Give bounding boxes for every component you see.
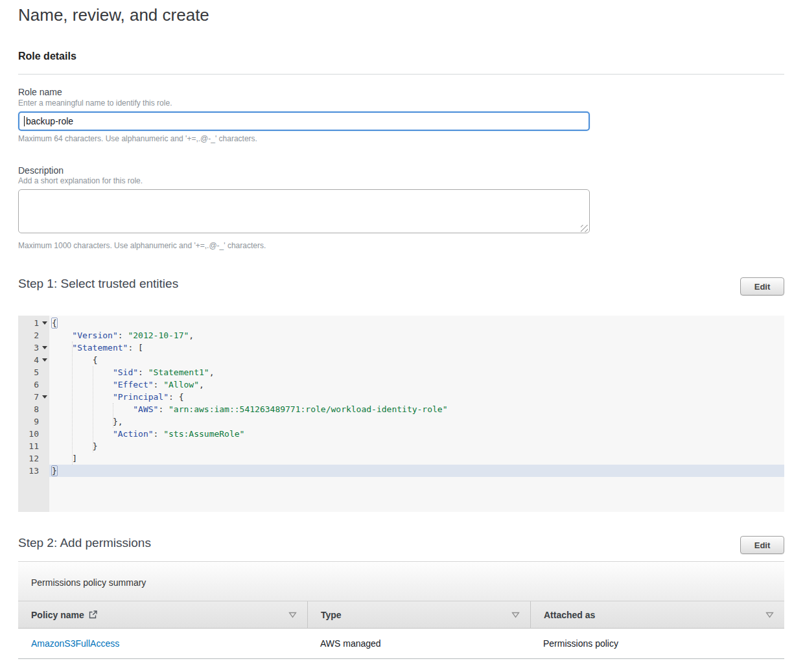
permissions-panel-title: Permissions policy summary [31, 577, 146, 588]
code-line: { [49, 354, 784, 366]
trust-policy-editor[interactable]: 12345678910111213 { "Version": "2012-10-… [18, 316, 784, 512]
table-row: AmazonS3FullAccess AWS managed Permissio… [18, 629, 784, 659]
step2-edit-button[interactable]: Edit [740, 536, 784, 554]
policy-editor-lines: { "Version": "2012-10-17", "Statement": … [49, 316, 784, 512]
line-number: 12 [18, 452, 49, 465]
step1-edit-button[interactable]: Edit [740, 277, 784, 295]
description-helper: Maximum 1000 characters. Use alphanumeri… [18, 241, 266, 250]
policy-editor-gutter: 12345678910111213 [18, 316, 49, 512]
step2-heading: Step 2: Add permissions [18, 536, 151, 550]
code-line: } [49, 440, 784, 452]
column-header-type[interactable]: Type [307, 601, 530, 628]
code-line: { [49, 317, 784, 329]
code-line: ] [49, 452, 784, 465]
fold-arrow-icon[interactable] [42, 358, 47, 362]
description-label: Description [18, 165, 64, 176]
description-textarea[interactable] [18, 189, 590, 233]
column-header-policy-name[interactable]: Policy name [18, 601, 307, 628]
policy-type-cell: AWS managed [307, 638, 530, 649]
line-number: 8 [18, 403, 49, 415]
fold-arrow-icon[interactable] [42, 395, 47, 399]
code-line: }, [49, 415, 784, 428]
line-number: 2 [18, 329, 49, 342]
role-name-label: Role name [18, 87, 62, 97]
line-number: 6 [18, 378, 49, 391]
role-name-input[interactable] [18, 111, 590, 131]
line-number: 13 [18, 465, 49, 477]
textarea-resize-grip[interactable] [581, 225, 588, 232]
sort-icon[interactable] [511, 612, 520, 618]
sort-icon[interactable] [288, 612, 297, 618]
column-header-attached-as[interactable]: Attached as [530, 601, 784, 628]
policy-attached-as-cell: Permissions policy [530, 638, 784, 649]
code-line: "AWS": "arn:aws:iam::541263489771:role/w… [49, 403, 784, 415]
line-number: 4 [18, 354, 49, 366]
column-label: Attached as [544, 610, 595, 620]
step1-heading: Step 1: Select trusted entities [18, 277, 178, 291]
code-line: "Action": "sts:AssumeRole" [49, 428, 784, 440]
line-number: 5 [18, 366, 49, 378]
line-number: 7 [18, 391, 49, 403]
column-label: Type [321, 610, 342, 620]
role-details-heading: Role details [18, 51, 76, 62]
permissions-panel-header: Permissions policy summary [18, 561, 784, 601]
line-number: 11 [18, 440, 49, 452]
indent-guide [72, 342, 73, 465]
code-line: "Statement": [ [49, 342, 784, 354]
page-title: Name, review, and create [18, 5, 209, 25]
text-cursor [24, 116, 25, 126]
permissions-table-header: Policy name Type [18, 601, 784, 629]
indent-guide [113, 403, 113, 428]
role-name-helper: Maximum 64 characters. Use alphanumeric … [18, 134, 257, 143]
code-line: } [49, 465, 784, 477]
sort-icon[interactable] [765, 612, 774, 618]
code-line: "Sid": "Statement1", [49, 366, 784, 378]
line-number: 10 [18, 428, 49, 440]
fold-arrow-icon[interactable] [42, 346, 47, 349]
line-number: 1 [18, 317, 49, 329]
line-number: 9 [18, 415, 49, 428]
fold-arrow-icon[interactable] [42, 321, 47, 325]
policy-name-link[interactable]: AmazonS3FullAccess [31, 638, 119, 649]
line-number: 3 [18, 342, 49, 354]
name-review-create-page: Name, review, and create Role details Ro… [0, 0, 805, 672]
external-link-icon [89, 610, 97, 619]
code-line: "Principal": { [49, 391, 784, 403]
role-details-divider [18, 74, 784, 75]
code-line: "Version": "2012-10-17", [49, 329, 784, 342]
role-name-hint: Enter a meaningful name to identify this… [18, 98, 172, 108]
description-hint: Add a short explanation for this role. [18, 176, 143, 185]
column-label: Policy name [31, 610, 84, 620]
code-line: "Effect": "Allow", [49, 378, 784, 391]
indent-guide [93, 366, 93, 452]
